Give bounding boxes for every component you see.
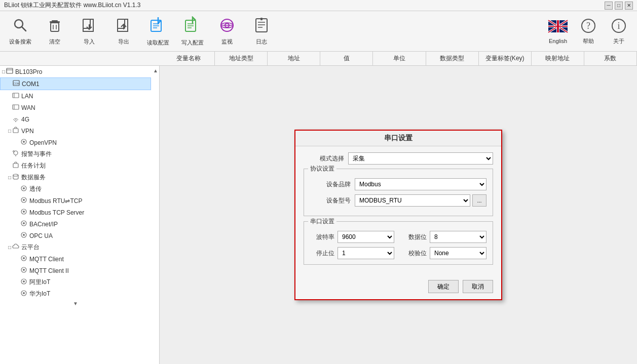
svg-point-54 (13, 151, 15, 152)
protocol-legend: 协议设置 (308, 165, 336, 173)
sidebar-item-data-service[interactable]: □ 数据服务 (0, 172, 151, 183)
sidebar-item-alarm[interactable]: 报警与事件 (0, 148, 151, 160)
baud-row: 波特率 1200 2400 4800 9600 19200 38400 5760… (310, 231, 394, 243)
log-button[interactable]: 日志 (245, 14, 278, 49)
dialog-title: 串口设置 (295, 131, 501, 146)
sidebar-item-passthrough[interactable]: 透传 (0, 183, 151, 195)
device-brand-select[interactable]: Modbus 其他 (355, 178, 486, 190)
about-button[interactable]: i 关于 (605, 14, 633, 49)
sidebar-item-modbus-rtu-tcp[interactable]: Modbus RTU⇌TCP (0, 195, 151, 207)
data-service-label: 数据服务 (21, 173, 46, 182)
sidebar-item-bl103pro[interactable]: □ BL103Pro (0, 66, 151, 77)
help-label: 帮助 (583, 37, 594, 45)
col-var-name: 变量名称 (162, 52, 215, 65)
svg-rect-4 (51, 23, 59, 31)
data-service-icon (12, 173, 19, 182)
maximize-button[interactable]: □ (615, 2, 623, 10)
cancel-button[interactable]: 取消 (463, 280, 493, 293)
vpn-icon (12, 127, 19, 135)
write-config-button[interactable]: 写入配置 (176, 14, 209, 49)
device-model-row: 设备型号 MODBUS_RTU MODBUS_ASCII ... (310, 194, 486, 207)
baud-select[interactable]: 1200 2400 4800 9600 19200 38400 57600 11… (338, 231, 394, 243)
device-search-button[interactable]: 设备搜索 (4, 14, 36, 49)
svg-rect-36 (557, 20, 559, 32)
clear-button[interactable]: 清空 (39, 14, 71, 49)
svg-point-69 (23, 257, 25, 259)
svg-point-65 (23, 222, 25, 224)
modbus-tcp-server-label: Modbus TCP Server (29, 209, 84, 216)
export-icon (116, 17, 132, 37)
about-icon: i (611, 18, 627, 37)
export-label: 导出 (118, 38, 129, 46)
bacnet-ip-icon (20, 220, 27, 228)
passthrough-icon (20, 185, 27, 193)
data-bits-select[interactable]: 7 8 (430, 231, 486, 243)
svg-text:?: ? (586, 21, 590, 31)
import-button[interactable]: 导入 (73, 14, 105, 49)
data-service-expand-icon: □ (8, 175, 11, 180)
close-button[interactable]: ✕ (625, 2, 633, 10)
sidebar-item-com1[interactable]: COM COM1 (0, 77, 151, 90)
help-button[interactable]: ? 帮助 (574, 14, 603, 49)
alarm-label: 报警与事件 (21, 150, 52, 158)
monitor-button[interactable]: 监视 (211, 14, 243, 49)
language-button[interactable]: English (544, 14, 572, 49)
port-section: 串口设置 波特率 1200 2400 4800 9600 (304, 221, 493, 265)
vpn-expand-icon: □ (8, 128, 11, 134)
device-brand-label: 设备品牌 (310, 180, 351, 189)
sidebar-item-huawei-iot[interactable]: 华为IoT (0, 288, 151, 300)
sidebar-item-opc-ua[interactable]: OPC UA (0, 230, 151, 241)
expand-icon: □ (2, 69, 5, 74)
sidebar-item-aliyun-iot[interactable]: 阿里IoT (0, 276, 151, 288)
clear-label: 清空 (49, 38, 60, 46)
col-unit: 单位 (373, 52, 426, 65)
parity-row: 校验位 None Odd Even (402, 247, 486, 259)
stop-bits-select[interactable]: 1 2 (338, 247, 394, 259)
ok-button[interactable]: 确定 (428, 280, 459, 293)
sidebar-item-vpn[interactable]: □ VPN (0, 125, 151, 137)
parity-select[interactable]: None Odd Even (430, 247, 486, 259)
export-button[interactable]: 导出 (107, 14, 140, 49)
cloud-label: 云平台 (21, 243, 40, 252)
device-model-select[interactable]: MODBUS_RTU MODBUS_ASCII (355, 194, 470, 207)
toolbar-right: English ? 帮助 i 关于 (544, 14, 633, 49)
sidebar-item-task[interactable]: 任务计划 (0, 160, 151, 172)
svg-rect-3 (52, 20, 58, 21)
baud-label: 波特率 (310, 233, 334, 241)
svg-point-75 (23, 292, 25, 294)
sidebar-item-4g[interactable]: 4G (0, 113, 151, 125)
search-icon (12, 17, 28, 37)
modbus-tcp-server-icon (20, 208, 27, 217)
device-brand-row: 设备品牌 Modbus 其他 (310, 178, 486, 190)
import-label: 导入 (84, 38, 95, 46)
sidebar-item-modbus-tcp-server[interactable]: Modbus TCP Server (0, 207, 151, 218)
sidebar-item-lan[interactable]: LAN (0, 90, 151, 102)
stop-bits-row: 停止位 1 2 (310, 247, 394, 259)
sidebar-item-wan[interactable]: WAN (0, 102, 151, 113)
svg-rect-50 (13, 129, 18, 133)
language-icon (548, 18, 568, 38)
title-bar: BLiiot 钡铼工业网关配置软件 www.BLiiot.cn V1.1.3 ─… (0, 0, 637, 11)
read-config-button[interactable]: 读取配置 (142, 14, 174, 49)
col-var-tag: 变量标签(Key) (479, 52, 532, 65)
col-data-type: 数据类型 (426, 52, 479, 65)
toolbar: 设备搜索 清空 导入 (0, 11, 637, 52)
mqtt-client-label: MQTT Client (29, 256, 64, 263)
dialog-overlay: 串口设置 模式选择 采集 透传 协议设置 (160, 66, 637, 364)
svg-point-57 (13, 174, 18, 176)
4g-icon (12, 115, 19, 124)
sidebar-item-mqtt-client[interactable]: MQTT Client (0, 253, 151, 265)
sidebar-item-openvpn[interactable]: OpenVPN (0, 137, 151, 148)
sidebar-item-cloud[interactable]: □ 云平台 (0, 241, 151, 253)
svg-point-71 (23, 269, 25, 271)
lan-label: LAN (21, 93, 33, 100)
sidebar-item-bacnet-ip[interactable]: BACnet/IP (0, 218, 151, 230)
minimize-button[interactable]: ─ (605, 2, 613, 10)
bacnet-ip-label: BACnet/IP (29, 221, 58, 228)
mode-select[interactable]: 采集 透传 (348, 152, 493, 165)
browse-button[interactable]: ... (472, 194, 486, 207)
sidebar-item-mqtt-client-ii[interactable]: MQTT Client II (0, 265, 151, 276)
modbus-rtu-tcp-label: Modbus RTU⇌TCP (29, 197, 82, 205)
alarm-icon (12, 150, 19, 158)
port-grid: 波特率 1200 2400 4800 9600 19200 38400 5760… (310, 231, 486, 259)
